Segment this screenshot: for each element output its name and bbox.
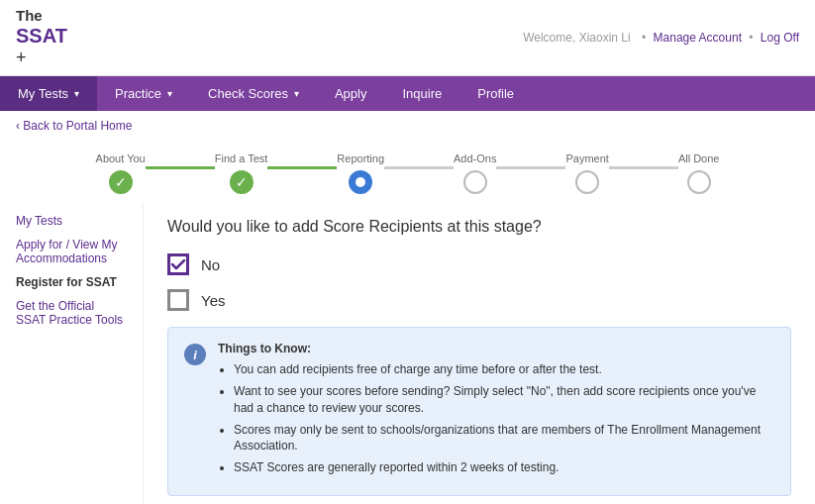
info-box: i Things to Know: You can add recipients… <box>167 327 791 496</box>
chevron-down-icon: ▾ <box>167 88 172 99</box>
content: Would you like to add Score Recipients a… <box>144 202 815 504</box>
header-right: Welcome, Xiaoxin Li • Manage Account • L… <box>519 31 799 45</box>
nav-label-check-scores: Check Scores <box>208 86 288 101</box>
step-label-payment: Payment <box>565 152 608 164</box>
step-label-add-ons: Add-Ons <box>454 152 496 164</box>
log-off-link[interactable]: Log Off <box>761 31 799 45</box>
question-text: Would you like to add Score Recipients a… <box>167 218 791 236</box>
step-circle-payment <box>575 170 599 194</box>
step-line-2 <box>267 166 337 169</box>
step-find-a-test: Find a Test ✓ <box>215 152 268 194</box>
step-label-all-done: All Done <box>678 152 720 164</box>
separator2: • <box>749 31 757 45</box>
logo-plus: + <box>16 49 67 68</box>
nav-label-profile: Profile <box>477 86 514 101</box>
step-circle-all-done <box>687 170 711 194</box>
info-icon: i <box>184 344 206 365</box>
checkmark-icon: ✓ <box>236 174 248 190</box>
breadcrumb[interactable]: Back to Portal Home <box>0 111 815 141</box>
step-circle-add-ons <box>463 170 487 194</box>
logo-ssat: SSAT <box>16 25 67 47</box>
option-yes-label: Yes <box>201 292 225 309</box>
nav-label-apply: Apply <box>335 86 367 101</box>
option-yes[interactable]: Yes <box>167 289 791 311</box>
sidebar-item-accommodations[interactable]: Apply for / View My Accommodations <box>16 238 127 265</box>
header: The SSAT + Welcome, Xiaoxin Li • Manage … <box>0 0 815 76</box>
sidebar-item-register-ssat[interactable]: Register for SSAT <box>16 275 127 289</box>
step-circle-about-you: ✓ <box>109 170 133 194</box>
sidebar: My Tests Apply for / View My Accommodati… <box>0 202 144 504</box>
manage-account-link[interactable]: Manage Account <box>654 31 742 45</box>
chevron-down-icon: ▾ <box>74 88 79 99</box>
step-all-done: All Done <box>678 152 720 194</box>
nav: My Tests ▾ Practice ▾ Check Scores ▾ App… <box>0 76 815 111</box>
chevron-down-icon: ▾ <box>294 88 299 99</box>
nav-label-inquire: Inquire <box>402 86 442 101</box>
step-circle-reporting <box>349 170 372 194</box>
sidebar-item-practice-tools[interactable]: Get the Official SSAT Practice Tools <box>16 299 127 327</box>
step-label-about-you: About You <box>96 152 146 164</box>
step-reporting: Reporting <box>337 152 384 194</box>
nav-label-practice: Practice <box>115 86 161 101</box>
info-item-4: SSAT Scores are generally reported withi… <box>234 459 774 476</box>
separator: • <box>642 31 650 45</box>
checkbox-yes[interactable] <box>167 289 189 311</box>
step-line-4 <box>496 166 565 169</box>
main: My Tests Apply for / View My Accommodati… <box>0 202 815 504</box>
svg-rect-1 <box>169 291 187 309</box>
info-item-3: Scores may only be sent to schools/organ… <box>234 422 774 455</box>
step-line-1 <box>146 166 215 169</box>
steps-container: About You ✓ Find a Test ✓ Reporting Add-… <box>0 141 815 202</box>
nav-item-inquire[interactable]: Inquire <box>384 76 459 111</box>
option-no-label: No <box>201 256 220 273</box>
checkbox-no[interactable] <box>167 253 189 275</box>
nav-item-check-scores[interactable]: Check Scores ▾ <box>190 76 317 111</box>
info-list: You can add recipients free of charge an… <box>218 361 774 476</box>
checkmark-icon: ✓ <box>115 174 127 190</box>
checkbox-checked-icon <box>169 255 187 273</box>
nav-item-my-tests[interactable]: My Tests ▾ <box>0 76 97 111</box>
welcome-text: Welcome, Xiaoxin Li <box>523 31 631 45</box>
logo: The SSAT + <box>16 8 67 67</box>
nav-item-apply[interactable]: Apply <box>317 76 385 111</box>
sidebar-item-my-tests[interactable]: My Tests <box>16 214 127 228</box>
info-item-2: Want to see your scores before sending? … <box>234 383 774 417</box>
step-add-ons: Add-Ons <box>454 152 496 194</box>
logo-the: The <box>16 8 67 25</box>
option-no[interactable]: No <box>167 253 791 275</box>
nav-label-my-tests: My Tests <box>18 86 68 101</box>
step-about-you: About You ✓ <box>96 152 146 194</box>
step-label-find-a-test: Find a Test <box>215 152 268 164</box>
info-content: Things to Know: You can add recipients f… <box>218 342 774 481</box>
checkbox-unchecked-icon <box>169 291 187 309</box>
info-item-1: You can add recipients free of charge an… <box>234 361 774 378</box>
active-dot <box>356 177 365 187</box>
step-label-reporting: Reporting <box>337 152 384 164</box>
step-line-5 <box>609 166 678 169</box>
info-title: Things to Know: <box>218 342 774 355</box>
nav-item-practice[interactable]: Practice ▾ <box>97 76 190 111</box>
step-circle-find-a-test: ✓ <box>230 170 254 194</box>
step-line-3 <box>384 166 454 169</box>
step-payment: Payment <box>565 152 608 194</box>
nav-item-profile[interactable]: Profile <box>459 76 532 111</box>
